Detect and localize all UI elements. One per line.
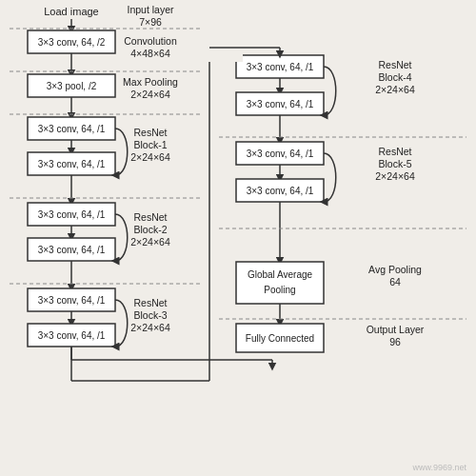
- box-global-avg-pool-label2: Pooling: [264, 285, 295, 295]
- label-avgpool: Avg Pooling: [368, 264, 422, 275]
- box-b5-label: 3×3 conv, 64, /1: [38, 209, 106, 220]
- load-image-label: Load image: [44, 6, 99, 17]
- box-b4-label: 3×3 conv, 64, /1: [38, 159, 106, 169]
- box-b6-label: 3×3 conv, 64, /1: [38, 245, 106, 255]
- diagram-container: Load image 3×3 conv, 64, /2 3×3 pool, /2…: [0, 0, 476, 476]
- label-avgpool2: 64: [389, 276, 401, 288]
- box-conv1-label: 3×3 conv, 64, /2: [38, 37, 106, 48]
- label-block3: ResNet: [133, 297, 167, 308]
- label-block5b: Block-5: [378, 158, 411, 169]
- main-svg: Load image 3×3 conv, 64, /2 3×3 pool, /2…: [0, 0, 476, 476]
- box-b7-label: 3×3 conv, 64, /1: [38, 295, 106, 306]
- box-r3-label: 3×3 conv, 64, /1: [247, 149, 314, 159]
- box-fully-connected-label: Fully Connected: [246, 333, 314, 344]
- label-output: Output Layer: [367, 324, 425, 335]
- label-block4b: Block-4: [378, 71, 411, 83]
- label-block5: ResNet: [378, 146, 411, 157]
- box-global-avg-pool-label1: Global Average: [248, 269, 313, 280]
- label-conv: Convolution: [124, 35, 177, 47]
- label-input2: 7×96: [139, 16, 162, 28]
- box-r1-label: 3×3 conv, 64, /1: [247, 62, 314, 72]
- box-b3-label: 3×3 conv, 64, /1: [38, 124, 106, 134]
- box-b8-label: 3×3 conv, 64, /1: [38, 330, 106, 341]
- label-block3b: Block-3: [133, 309, 167, 321]
- label-block2c: 2×24×64: [130, 236, 170, 248]
- label-block1: ResNet: [133, 127, 167, 138]
- label-block4: ResNet: [378, 59, 411, 70]
- label-block2: ResNet: [133, 211, 167, 223]
- label-conv2: 4×48×64: [130, 48, 170, 59]
- label-output2: 96: [389, 336, 401, 347]
- label-block1c: 2×24×64: [130, 151, 170, 163]
- box-r2-label: 3×3 conv, 64, /1: [247, 99, 314, 109]
- label-block1b: Block-1: [133, 139, 167, 150]
- label-input: Input layer: [127, 4, 174, 15]
- label-block3c: 2×24×64: [130, 322, 170, 333]
- label-block5c: 2×24×64: [375, 170, 415, 182]
- box-pool-label: 3×3 pool, /2: [47, 81, 97, 91]
- watermark: www.9969.net: [411, 463, 466, 472]
- box-global-avg-pool: [236, 262, 324, 304]
- label-maxpool2: 2×24×64: [130, 89, 170, 100]
- box-r4-label: 3×3 conv, 64, /1: [247, 186, 314, 196]
- label-maxpool: Max Pooling: [123, 76, 178, 88]
- label-block4c: 2×24×64: [375, 84, 415, 95]
- label-block2b: Block-2: [133, 224, 167, 235]
